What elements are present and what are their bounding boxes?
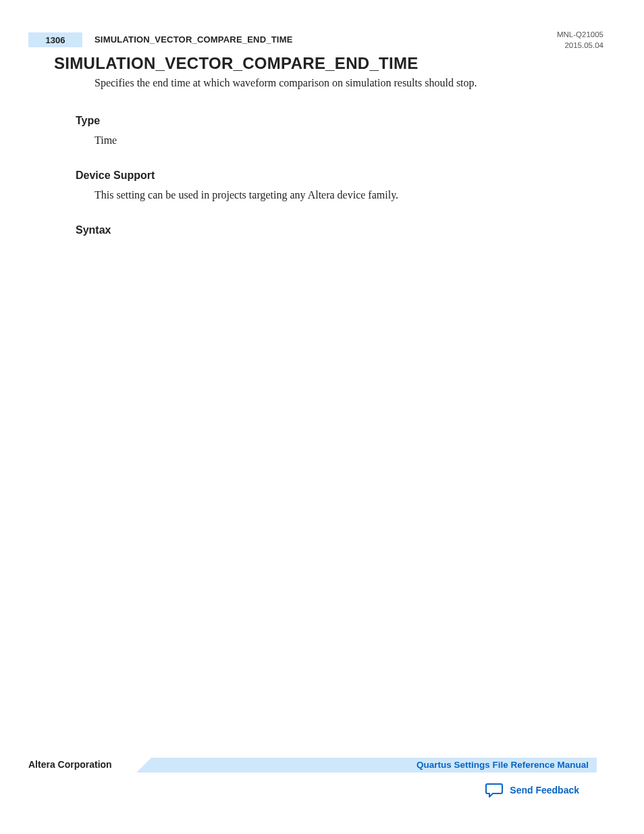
page-footer: Altera Corporation Quartus Settings File… [28,758,597,773]
header-meta: MNL-Q21005 2015.05.04 [557,30,603,51]
intro-text: Specifies the end time at which waveform… [95,76,590,90]
page-number: 1306 [46,35,65,45]
section-body-device-support: This setting can be used in projects tar… [95,188,590,203]
page-title: SIMULATION_VECTOR_COMPARE_END_TIME [54,54,419,73]
section-heading-type: Type [76,113,590,128]
section-heading-syntax: Syntax [76,223,590,238]
send-feedback-label: Send Feedback [510,785,579,796]
header-running-title: SIMULATION_VECTOR_COMPARE_END_TIME [95,34,293,45]
page-header: 1306 SIMULATION_VECTOR_COMPARE_END_TIME … [28,32,603,50]
speech-bubble-icon [485,782,503,798]
header-date: 2015.05.04 [557,41,603,51]
body-content: Specifies the end time at which waveform… [95,76,590,238]
footer-company: Altera Corporation [28,759,112,770]
header-doc-id: MNL-Q21005 [557,30,603,41]
send-feedback-link[interactable]: Send Feedback [485,782,579,798]
page-number-badge: 1306 [28,32,82,47]
footer-accent-bar: Quartus Settings File Reference Manual [136,758,597,773]
footer-accent-triangle [136,758,151,773]
document-page: 1306 SIMULATION_VECTOR_COMPARE_END_TIME … [0,0,644,834]
section-heading-device-support: Device Support [76,168,590,183]
footer-manual-link[interactable]: Quartus Settings File Reference Manual [417,760,589,770]
section-body-type: Time [95,133,590,148]
